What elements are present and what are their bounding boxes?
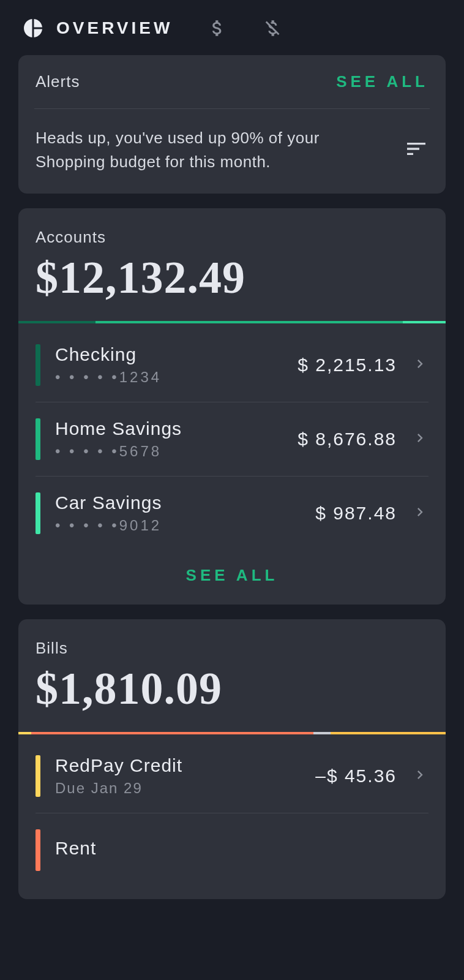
alert-row[interactable]: Heads up, you've used up 90% of your Sho… [36, 109, 428, 181]
bill-amount: –$ 45.36 [315, 766, 397, 786]
bill-due: Due Jan 29 [55, 780, 301, 797]
chevron-right-icon [411, 766, 428, 786]
segment [313, 732, 331, 734]
tab-overview[interactable]: OVERVIEW [22, 17, 173, 39]
account-name: Home Savings [55, 418, 283, 439]
account-name: Checking [55, 344, 283, 365]
alert-message: Heads up, you've used up 90% of your Sho… [36, 126, 387, 174]
bill-row[interactable]: RedPay CreditDue Jan 29–$ 45.36 [36, 739, 428, 813]
color-indicator [36, 829, 40, 871]
alerts-title: Alerts [36, 72, 80, 91]
color-indicator [36, 418, 40, 460]
dollar-icon [207, 18, 228, 39]
segment [331, 732, 446, 734]
color-indicator [36, 755, 40, 797]
chevron-right-icon [411, 355, 428, 375]
dollar-off-icon [262, 18, 283, 39]
segment [95, 321, 403, 323]
alerts-card: Alerts SEE ALL Heads up, you've used up … [18, 55, 446, 194]
account-row[interactable]: Checking• • • • •1234$ 2,215.13 [36, 328, 428, 402]
bill-name: RedPay Credit [55, 755, 301, 776]
account-mask: • • • • •9012 [55, 517, 301, 534]
segment [18, 732, 31, 734]
bills-total: $1,810.09 [36, 663, 428, 715]
account-amount: $ 2,215.13 [297, 355, 397, 375]
chevron-right-icon [411, 503, 428, 523]
bills-title: Bills [36, 636, 428, 658]
accounts-title: Accounts [36, 225, 428, 247]
account-row[interactable]: Car Savings• • • • •9012$ 987.48 [36, 477, 428, 550]
account-amount: $ 8,676.88 [297, 429, 397, 450]
account-mask: • • • • •1234 [55, 369, 283, 386]
pie-chart-icon [22, 17, 44, 39]
bill-name: Rent [55, 838, 428, 859]
account-mask: • • • • •5678 [55, 443, 283, 460]
segment [403, 321, 446, 323]
tab-bills[interactable] [262, 18, 283, 39]
account-amount: $ 987.48 [315, 503, 397, 524]
account-row[interactable]: Home Savings• • • • •5678$ 8,676.88 [36, 402, 428, 477]
alerts-see-all-link[interactable]: SEE ALL [336, 72, 428, 91]
account-name: Car Savings [55, 492, 301, 513]
accounts-card: Accounts $12,132.49 Checking• • • • •123… [18, 208, 446, 605]
top-tab-bar: OVERVIEW [18, 0, 446, 55]
segment [18, 321, 95, 323]
segment [31, 732, 313, 734]
sort-icon [404, 137, 428, 164]
bills-card: Bills $1,810.09 RedPay CreditDue Jan 29–… [18, 619, 446, 899]
bill-row[interactable]: Rent [36, 813, 428, 887]
accounts-total: $12,132.49 [36, 252, 428, 304]
color-indicator [36, 492, 40, 534]
color-indicator [36, 344, 40, 386]
tab-accounts[interactable] [207, 18, 228, 39]
accounts-segment-bar [18, 321, 446, 323]
bills-segment-bar [18, 732, 446, 734]
accounts-see-all-link[interactable]: SEE ALL [36, 550, 428, 592]
tab-overview-label: OVERVIEW [56, 18, 173, 38]
chevron-right-icon [411, 429, 428, 449]
